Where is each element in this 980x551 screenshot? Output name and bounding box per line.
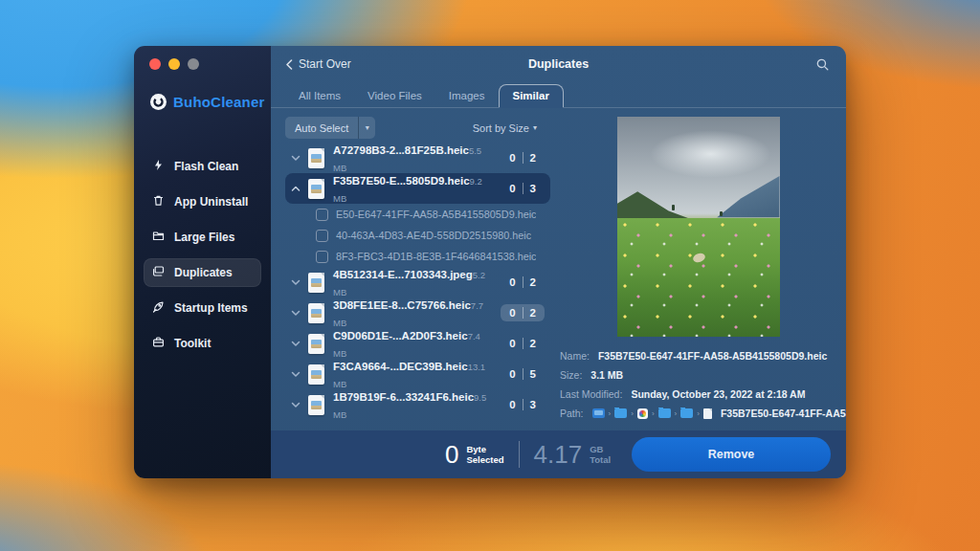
tab-video-files[interactable]: Video Files (354, 85, 435, 107)
chevron-down-icon[interactable] (287, 155, 304, 162)
file-name: A72798B3-2...81F25B.heic (333, 144, 469, 156)
chevron-down-icon[interactable] (287, 402, 304, 408)
sidebar-item-label: Large Files (174, 231, 234, 244)
remove-button[interactable]: Remove (632, 437, 831, 472)
meta-name-row: Name: F35B7E50-E647-41FF-AA58-A5B4155805… (560, 350, 846, 362)
duplicate-group-row[interactable]: 1B79B19F-6...33241F6.heic9.5 MB03 (285, 389, 550, 420)
path-breadcrumb[interactable]: › › › › › (592, 408, 712, 419)
toolbox-icon (152, 336, 165, 351)
selected-count: 0 (509, 152, 515, 164)
file-metadata: Name: F35B7E50-E647-41FF-AA58-A5B4155805… (550, 350, 846, 419)
total-summary: 4.17 GB Total (534, 442, 612, 467)
detail-panel: Name: F35B7E50-E647-41FF-AA58-A5B4155805… (550, 108, 846, 430)
duplicate-group-row[interactable]: C9D06D1E-...A2D0F3.heic7.4 MB02 (285, 328, 550, 359)
auto-select-button[interactable]: Auto Select ▾ (285, 117, 375, 139)
checkbox[interactable] (316, 209, 328, 221)
header: Start Over Duplicates (271, 46, 846, 82)
selected-count: 0 (509, 399, 515, 410)
total-count: 3 (530, 183, 536, 194)
size-value: 3.1 MB (590, 369, 623, 381)
sidebar-item-flash-clean[interactable]: Flash Clean (144, 152, 261, 181)
meta-path-row: Path: › › › › › F35B7E50-E647-41FF-AA58-… (560, 408, 846, 419)
search-button[interactable] (816, 58, 829, 71)
footer-divider (519, 441, 520, 468)
duplicate-group-row[interactable]: A72798B3-2...81F25B.heic5.5 MB02 (285, 143, 550, 173)
preview-sky (650, 130, 772, 179)
zoom-button[interactable] (188, 58, 199, 70)
chevron-down-icon[interactable] (287, 371, 304, 378)
path-label: Path: (560, 408, 584, 419)
sidebar-item-startup-items[interactable]: Startup Items (144, 294, 261, 322)
sidebar-item-large-files[interactable]: Large Files (144, 223, 261, 252)
sidebar-item-duplicates[interactable]: Duplicates (144, 258, 261, 287)
trash-icon (152, 194, 165, 209)
sort-by-dropdown[interactable]: Sort by Size ▾ (473, 122, 537, 134)
checkbox[interactable] (316, 251, 328, 263)
image-file-icon (308, 364, 324, 385)
tab-all-items[interactable]: All Items (285, 85, 354, 107)
duplicate-child-row[interactable]: 8F3-FBC3-4D1B-8E3B-1F4646841538.heic (285, 246, 550, 267)
sort-by-label: Sort by Size (473, 122, 529, 134)
sidebar-item-toolkit[interactable]: Toolkit (144, 329, 261, 358)
duplicate-group-row[interactable]: 3D8FE1EE-8...C75766.heic7.7 MB02 (285, 298, 550, 328)
sidebar-item-app-uninstall[interactable]: App Uninstall (144, 187, 261, 216)
name-value: F35B7E50-E647-41FF-AA58-A5B4155805D9.hei… (598, 350, 827, 362)
folder-icon (658, 408, 671, 418)
minimize-button[interactable] (168, 58, 180, 70)
selected-count: 0 (509, 307, 515, 319)
rocket-icon (152, 300, 165, 316)
chevron-right-icon: › (697, 409, 700, 418)
sidebar-item-label: Flash Clean (174, 160, 238, 173)
selected-unit: Byte Selected (466, 444, 503, 466)
child-file-name: 40-463A-4D83-AE4D-558DD2515980.heic (336, 230, 531, 241)
duplicate-group-row[interactable]: F3CA9664-...DEC39B.heic13.1 MB05 (285, 359, 550, 389)
sidebar: BuhoCleaner Flash CleanApp UninstallLarg… (134, 46, 271, 478)
preview-meadow (617, 218, 780, 337)
selected-summary: 0 Byte Selected (445, 442, 504, 467)
child-file-name: E50-E647-41FF-AA58-A5B4155805D9.heic (336, 209, 536, 220)
duplicate-rows: A72798B3-2...81F25B.heic5.5 MB02F35B7E50… (285, 143, 550, 430)
chevron-up-icon[interactable] (287, 186, 304, 192)
image-file-icon (308, 148, 324, 168)
duplicate-child-row[interactable]: E50-E647-41FF-AA58-A5B4155805D9.heic (285, 204, 550, 225)
chevron-right-icon: › (675, 409, 678, 418)
chevron-right-icon: › (652, 409, 655, 418)
checkbox[interactable] (316, 230, 328, 242)
buhocleaner-logo-icon (150, 94, 167, 110)
selected-count: 0 (509, 276, 515, 288)
duplicate-group-row[interactable]: 4B512314-E...7103343.jpeg5.2 MB02 (285, 267, 550, 298)
search-icon (816, 58, 829, 71)
back-button[interactable]: Start Over (285, 57, 351, 71)
sidebar-item-label: Toolkit (174, 337, 211, 350)
tab-images[interactable]: Images (435, 85, 499, 107)
duplicate-child-row[interactable]: 40-463A-4D83-AE4D-558DD2515980.heic (285, 225, 550, 246)
tab-similar[interactable]: Similar (499, 84, 564, 108)
duplicates-list: Auto Select ▾ Sort by Size ▾ A72798B3-2.… (271, 108, 550, 430)
close-button[interactable] (149, 58, 161, 70)
chevron-down-icon[interactable] (287, 279, 304, 286)
chevron-down-icon[interactable] (287, 341, 304, 347)
auto-select-menu-button[interactable]: ▾ (359, 117, 375, 139)
path-file-value: F35B7E50-E647-41FF-AA58-A5 (721, 408, 846, 419)
total-count: 2 (530, 276, 536, 288)
image-file-icon (308, 179, 324, 199)
meta-size-row: Size: 3.1 MB (560, 369, 846, 381)
total-count: 2 (530, 338, 536, 349)
preview-figure (720, 211, 723, 216)
image-file-icon (308, 273, 324, 293)
page-title: Duplicates (528, 57, 589, 71)
duplicate-group-row[interactable]: F35B7E50-E...5805D9.heic9.2 MB03 (285, 173, 550, 204)
file-name: F35B7E50-E...5805D9.heic (333, 175, 470, 187)
app-window: BuhoCleaner Flash CleanApp UninstallLarg… (134, 46, 846, 478)
file-name: 4B512314-E...7103343.jpeg (333, 269, 473, 280)
chevron-down-icon[interactable] (287, 310, 304, 317)
file-name: F3CA9664-...DEC39B.heic (333, 361, 468, 372)
image-file-icon (308, 303, 324, 323)
child-file-name: 8F3-FBC3-4D1B-8E3B-1F4646841538.heic (336, 251, 536, 262)
window-controls (149, 58, 199, 70)
main-content: Start Over Duplicates All ItemsVideo Fil… (271, 46, 846, 478)
selection-count-badge: 03 (501, 180, 545, 197)
app-logo: BuhoCleaner (134, 94, 271, 110)
selected-count: 0 (509, 368, 515, 380)
chevron-right-icon: › (631, 409, 634, 418)
